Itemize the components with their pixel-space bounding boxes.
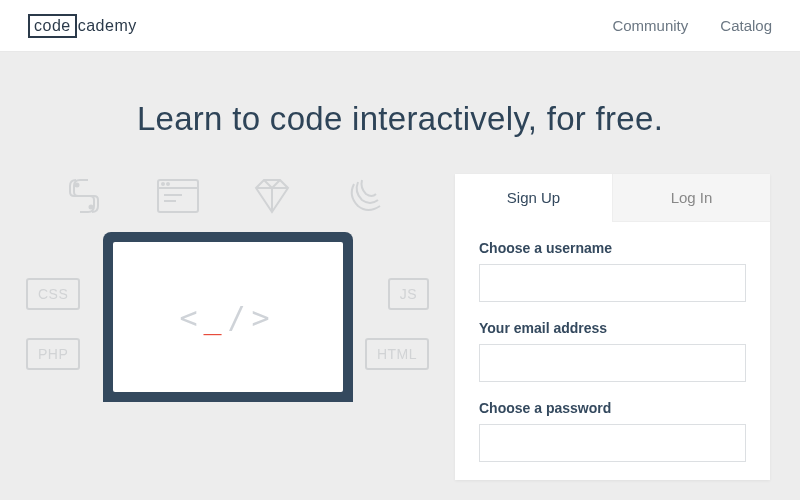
code-angle-right: /> — [228, 300, 276, 335]
logo[interactable]: codecademy — [28, 14, 137, 38]
header: codecademy Community Catalog — [0, 0, 800, 52]
monitor-screen: < _ /> — [113, 242, 343, 392]
tab-signup[interactable]: Sign Up — [455, 174, 612, 222]
svg-point-1 — [90, 206, 93, 209]
signup-form: Choose a username Your email address Cho… — [455, 222, 770, 480]
nav-catalog[interactable]: Catalog — [720, 17, 772, 34]
email-label: Your email address — [479, 320, 746, 336]
code-cursor: _ — [203, 300, 227, 335]
username-input[interactable] — [479, 264, 746, 302]
hero: Learn to code interactively, for free. — [0, 52, 800, 174]
lang-icon-row — [60, 174, 425, 218]
signup-card: Sign Up Log In Choose a username Your em… — [455, 174, 770, 480]
tab-login[interactable]: Log In — [612, 174, 770, 222]
logo-rest: cademy — [78, 17, 137, 35]
svg-point-4 — [162, 183, 164, 185]
badge-php: PHP — [26, 338, 80, 370]
monitor-wrap: CSS JS PHP HTML < _ /> — [30, 232, 425, 402]
password-input[interactable] — [479, 424, 746, 462]
jquery-icon — [342, 174, 390, 218]
email-input[interactable] — [479, 344, 746, 382]
svg-point-5 — [167, 183, 169, 185]
top-nav: Community Catalog — [612, 17, 772, 34]
logo-boxed: code — [28, 14, 77, 38]
main: CSS JS PHP HTML < _ /> Sign Up Log In Ch… — [0, 174, 800, 480]
auth-tabs: Sign Up Log In — [455, 174, 770, 222]
badge-css: CSS — [26, 278, 80, 310]
password-label: Choose a password — [479, 400, 746, 416]
username-label: Choose a username — [479, 240, 746, 256]
svg-line-10 — [272, 180, 280, 188]
badge-html: HTML — [365, 338, 429, 370]
code-angle-left: < — [179, 300, 203, 335]
monitor: < _ /> — [103, 232, 353, 402]
illustration: CSS JS PHP HTML < _ /> — [30, 174, 425, 474]
svg-point-0 — [76, 184, 79, 187]
python-icon — [60, 174, 108, 218]
browser-window-icon — [154, 174, 202, 218]
badge-js: JS — [388, 278, 429, 310]
svg-line-9 — [264, 180, 272, 188]
nav-community[interactable]: Community — [612, 17, 688, 34]
ruby-icon — [248, 174, 296, 218]
hero-headline: Learn to code interactively, for free. — [0, 100, 800, 138]
